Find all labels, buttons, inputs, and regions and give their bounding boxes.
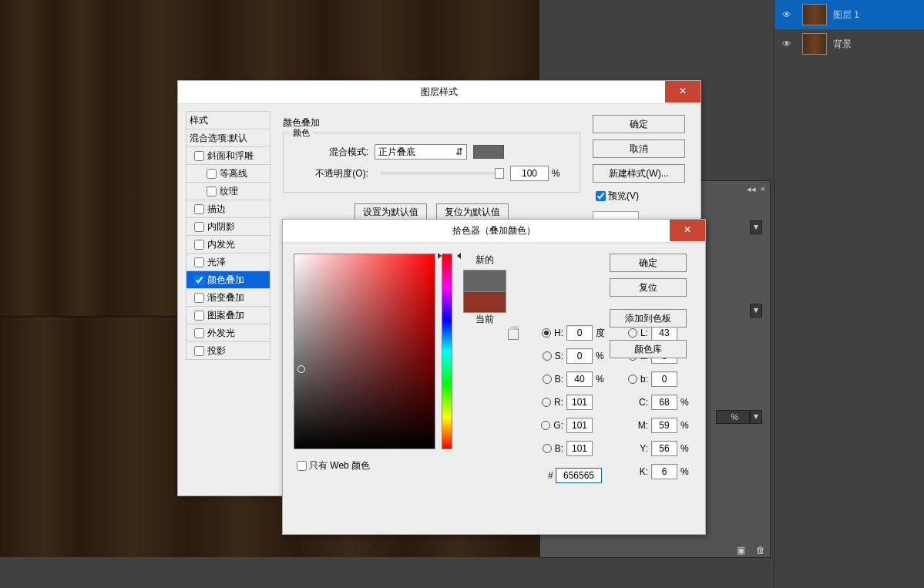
web-only-label: 只有 Web 颜色 (309, 459, 370, 472)
checkbox[interactable] (194, 328, 204, 338)
layer-thumbnail[interactable] (802, 4, 827, 25)
style-satin[interactable]: 光泽 (186, 253, 270, 271)
b-lab-input[interactable]: 0 (651, 371, 677, 387)
dialog-titlebar[interactable]: 图层样式 ✕ (178, 81, 701, 104)
close-button[interactable]: ✕ (670, 220, 705, 241)
layers-panel: 👁 图层 1 👁 背景 (774, 0, 924, 588)
ok-button[interactable]: 确定 (593, 115, 685, 133)
checkbox[interactable] (194, 311, 204, 321)
color-cursor[interactable] (297, 365, 305, 373)
radio-s[interactable] (543, 351, 552, 361)
dialog-title: 拾色器（叠加颜色） (452, 224, 536, 237)
y-input[interactable]: 56 (651, 441, 677, 456)
styles-header[interactable]: 样式 (186, 111, 270, 129)
checkbox[interactable] (207, 186, 217, 197)
style-bevel[interactable]: 斜面和浮雕 (186, 146, 270, 165)
dropdown-icon[interactable]: ▾ (750, 410, 762, 424)
opacity-value[interactable]: 100 (510, 166, 549, 181)
style-texture[interactable]: 纹理 (186, 182, 270, 200)
c-input[interactable]: 68 (651, 395, 677, 410)
h-input[interactable]: 0 (566, 325, 593, 341)
dropdown-icon[interactable]: ▾ (750, 304, 762, 318)
style-gradient-overlay[interactable]: 渐变叠加 (186, 288, 270, 307)
color-library-button[interactable]: 颜色库 (610, 340, 687, 358)
style-stroke[interactable]: 描边 (186, 200, 270, 218)
g-input[interactable]: 101 (566, 418, 593, 433)
k-input[interactable]: 6 (651, 464, 677, 479)
checkbox[interactable] (194, 275, 204, 285)
ok-button[interactable]: 确定 (610, 254, 687, 272)
style-pattern-overlay[interactable]: 图案叠加 (186, 306, 270, 324)
hue-slider[interactable] (442, 254, 452, 449)
radio-g[interactable] (541, 421, 550, 430)
blend-mode-label: 混合模式: (291, 146, 368, 159)
m-input[interactable]: 59 (651, 418, 677, 433)
style-drop-shadow[interactable]: 投影 (186, 341, 270, 360)
radio-h[interactable] (542, 328, 551, 338)
hex-input[interactable]: 656565 (556, 468, 602, 483)
blend-mode-combo[interactable]: 正片叠底⇵ (375, 144, 467, 160)
b-hsb-input[interactable]: 40 (566, 371, 593, 387)
visibility-icon[interactable]: 👁 (778, 39, 796, 49)
section-title: 颜色叠加 (283, 116, 580, 129)
layer-row-bg[interactable]: 👁 背景 (774, 29, 924, 59)
layer-row-1[interactable]: 👁 图层 1 (774, 0, 924, 29)
slider-thumb[interactable] (495, 168, 504, 179)
b-rgb-input[interactable]: 101 (566, 441, 593, 456)
checkbox[interactable] (194, 346, 204, 356)
color-preview: 新的 当前 (460, 254, 509, 449)
checkbox[interactable] (207, 169, 217, 179)
r-input[interactable]: 101 (566, 395, 593, 410)
reset-default-button[interactable]: 复位为默认值 (436, 203, 509, 220)
close-icon[interactable]: × (761, 184, 765, 193)
preview-checkbox[interactable] (596, 191, 606, 201)
radio-r[interactable] (542, 398, 551, 407)
hash-label: # (548, 470, 553, 481)
style-outer-glow[interactable]: 外发光 (186, 324, 270, 342)
checkbox[interactable] (194, 257, 204, 267)
layer-name: 背景 (833, 38, 852, 51)
style-inner-shadow[interactable]: 内阴影 (186, 217, 270, 236)
new-style-button[interactable]: 新建样式(W)... (593, 164, 685, 183)
style-contour[interactable]: 等高线 (186, 164, 270, 183)
dropdown-icon[interactable]: ▾ (750, 220, 762, 234)
cancel-button[interactable]: 取消 (593, 139, 685, 158)
current-color-swatch[interactable] (463, 291, 506, 313)
chevron-down-icon: ⇵ (455, 146, 463, 157)
opacity-slider[interactable] (381, 172, 504, 175)
visibility-icon[interactable]: 👁 (778, 9, 796, 20)
reset-button[interactable]: 复位 (610, 278, 687, 297)
checkbox[interactable] (194, 204, 204, 214)
layer-thumbnail[interactable] (802, 33, 827, 55)
panel-footer: ▣ 🗑 (734, 545, 767, 556)
checkbox[interactable] (194, 151, 204, 161)
current-color-label: 当前 (460, 313, 509, 326)
web-only-checkbox[interactable] (297, 461, 307, 471)
picker-buttons: 确定 复位 添加到色板 颜色库 (610, 254, 693, 365)
hue-marker[interactable] (438, 253, 461, 257)
radio-b[interactable] (543, 375, 552, 384)
new-icon[interactable]: ▣ (734, 545, 747, 556)
checkbox[interactable] (194, 240, 204, 250)
style-color-overlay[interactable]: 颜色叠加 (186, 270, 270, 289)
new-color-swatch[interactable] (463, 270, 506, 291)
add-swatch-button[interactable]: 添加到色板 (610, 309, 687, 328)
set-default-button[interactable]: 设置为默认值 (354, 203, 427, 220)
dialog-titlebar[interactable]: 拾色器（叠加颜色） ✕ (283, 220, 705, 243)
radio-bl[interactable] (543, 444, 552, 453)
s-input[interactable]: 0 (566, 348, 593, 364)
checkbox[interactable] (194, 293, 204, 303)
trash-icon[interactable]: 🗑 (754, 545, 767, 556)
saturation-value-box[interactable] (294, 254, 435, 449)
blend-options-row[interactable]: 混合选项:默认 (186, 129, 270, 147)
collapse-icon[interactable]: ◂◂ (747, 184, 756, 194)
color-picker-dialog: 拾色器（叠加颜色） ✕ 新的 当前 (282, 219, 706, 535)
style-inner-glow[interactable]: 内发光 (186, 235, 270, 254)
checkbox[interactable] (194, 222, 204, 232)
percent-field[interactable]: % (716, 410, 750, 424)
cube-icon[interactable] (508, 329, 519, 340)
close-button[interactable]: ✕ (665, 81, 701, 102)
overlay-color-swatch[interactable] (473, 145, 504, 159)
radio-bb[interactable] (628, 375, 637, 384)
style-list: 样式 混合选项:默认 斜面和浮雕 等高线 纹理 描边 内阴影 内发光 光泽 颜色… (186, 112, 270, 488)
